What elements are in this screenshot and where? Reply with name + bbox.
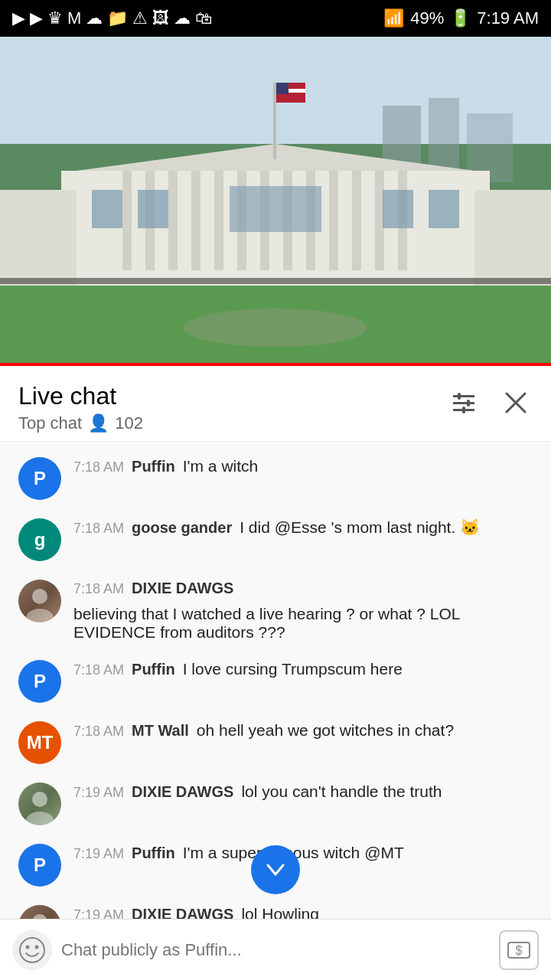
youtube-icon: ▶ xyxy=(12,8,25,28)
chat-username: Puffin xyxy=(132,844,175,862)
chat-content: 7:19 AM Puffin I'm a super famous witch … xyxy=(73,844,533,862)
scroll-down-fab[interactable] xyxy=(251,845,300,894)
svg-rect-16 xyxy=(352,171,361,270)
video-content xyxy=(0,37,551,366)
svg-rect-29 xyxy=(273,83,276,159)
svg-rect-25 xyxy=(0,190,77,289)
emoji-icon xyxy=(18,936,46,964)
video-player[interactable] xyxy=(0,37,551,366)
svg-rect-35 xyxy=(453,395,474,397)
chat-text-inline: believing that I watched a live hearing … xyxy=(73,605,533,642)
chat-time: 7:18 AM xyxy=(73,581,124,597)
chat-content: 7:18 AM Puffin I love cursing Trumpscum … xyxy=(73,660,533,678)
svg-point-51 xyxy=(35,945,39,949)
chat-username: Puffin xyxy=(132,458,175,475)
battery-percent: 49% xyxy=(410,8,444,28)
chat-username: DIXIE DAWGS xyxy=(132,783,233,801)
chat-wrapper: P 7:18 AM Puffin I'm a witch g 7:18 AM g… xyxy=(0,442,551,963)
svg-point-45 xyxy=(32,792,47,807)
chat-meta: 7:19 AM DIXIE DAWGS lol you can't handle… xyxy=(73,782,533,801)
chat-content: 7:18 AM Puffin I'm a witch xyxy=(73,457,533,475)
mastodon-icon: M xyxy=(67,8,81,28)
chat-text-inline: oh hell yeah we got witches in chat? xyxy=(197,721,454,740)
filter-button[interactable] xyxy=(447,386,481,420)
avatar xyxy=(18,782,61,825)
svg-rect-8 xyxy=(168,171,178,270)
chat-message: P 7:18 AM Puffin I love cursing Trumpscu… xyxy=(0,651,551,712)
top-chat-label[interactable]: Top chat xyxy=(18,413,82,433)
alert-icon: ⚠ xyxy=(132,8,148,28)
svg-rect-40 xyxy=(462,407,465,413)
wifi-icon: 📶 xyxy=(383,8,404,28)
svg-rect-33 xyxy=(276,83,289,94)
status-bar: ▶ ▶ ♛ M ☁ 📁 ⚠ 🖼 ☁ 🛍 📶 49% 🔋 7:19 AM xyxy=(0,0,551,37)
chat-text-inline: lol you can't handle the truth xyxy=(241,782,442,801)
status-icons: ▶ ▶ ♛ M ☁ 📁 ⚠ 🖼 ☁ 🛍 xyxy=(12,8,212,28)
video-progress-bar[interactable] xyxy=(0,363,551,366)
close-button[interactable] xyxy=(499,386,533,420)
svg-rect-32 xyxy=(276,96,305,100)
avatar: g xyxy=(18,518,61,561)
livechat-subtitle: Top chat 👤 102 xyxy=(18,413,143,433)
viewer-count: 102 xyxy=(115,413,143,433)
svg-rect-26 xyxy=(474,190,551,289)
svg-point-28 xyxy=(184,309,367,347)
chat-message: g 7:18 AM goose gander I did @Esse 's mo… xyxy=(0,509,551,570)
chat-time: 7:19 AM xyxy=(73,846,124,862)
svg-rect-10 xyxy=(214,171,223,270)
livechat-header: Live chat Top chat 👤 102 xyxy=(0,366,551,442)
chat-message: MT 7:18 AM MT Wall oh hell yeah we got w… xyxy=(0,712,551,773)
svg-point-44 xyxy=(26,609,54,622)
avatar xyxy=(18,580,61,622)
chat-text-inline: I did @Esse 's mom last night. 🐱 xyxy=(240,518,480,537)
chat-username: Puffin xyxy=(132,661,175,678)
avatar: P xyxy=(18,844,61,887)
svg-rect-24 xyxy=(429,190,459,228)
battery-icon: 🔋 xyxy=(450,8,471,28)
chat-time: 7:18 AM xyxy=(73,724,124,740)
svg-rect-21 xyxy=(138,190,168,228)
chevron-down-icon xyxy=(263,858,288,882)
svg-point-50 xyxy=(26,945,30,949)
avatar: MT xyxy=(18,721,61,764)
bag-icon: 🛍 xyxy=(195,8,212,28)
chat-meta: 7:18 AM Puffin I'm a witch xyxy=(73,457,533,475)
svg-rect-22 xyxy=(230,186,321,232)
svg-rect-34 xyxy=(0,278,551,284)
svg-point-49 xyxy=(20,938,44,962)
chat-text-inline: I love cursing Trumpscum here xyxy=(183,660,403,678)
chat-content: 7:18 AM goose gander I did @Esse 's mom … xyxy=(73,518,533,537)
cloud2-icon: ☁ xyxy=(174,8,191,28)
superchat-button[interactable]: $ xyxy=(499,930,539,970)
chat-meta: 7:18 AM goose gander I did @Esse 's mom … xyxy=(73,518,533,537)
chat-meta: 7:19 AM Puffin I'm a super famous witch … xyxy=(73,844,533,862)
chat-time: 7:19 AM xyxy=(73,785,124,801)
emoji-button[interactable] xyxy=(12,930,52,970)
crown-icon: ♛ xyxy=(47,8,63,28)
svg-rect-39 xyxy=(467,400,470,407)
svg-rect-23 xyxy=(383,190,413,228)
svg-point-43 xyxy=(32,589,47,604)
close-icon xyxy=(502,389,530,416)
chat-meta: 7:18 AM Puffin I love cursing Trumpscum … xyxy=(73,660,533,678)
svg-rect-9 xyxy=(191,171,201,270)
chat-time: 7:18 AM xyxy=(73,662,124,678)
livechat-title: Live chat xyxy=(18,381,143,410)
chat-content: 7:18 AM DIXIE DAWGS believing that I wat… xyxy=(73,580,533,642)
chat-content: 7:18 AM MT Wall oh hell yeah we got witc… xyxy=(73,721,533,740)
avatar: P xyxy=(18,457,61,500)
folder-icon: 📁 xyxy=(107,8,128,28)
svg-rect-15 xyxy=(329,171,338,270)
chat-username: DIXIE DAWGS xyxy=(132,580,233,597)
svg-rect-36 xyxy=(453,402,474,404)
image-icon: 🖼 xyxy=(152,8,169,28)
chat-meta: 7:18 AM DIXIE DAWGS believing that I wat… xyxy=(73,580,533,642)
livechat-title-area: Live chat Top chat 👤 102 xyxy=(18,381,143,433)
avatar: P xyxy=(18,660,61,703)
chat-username: goose gander xyxy=(132,519,232,537)
youtube2-icon: ▶ xyxy=(30,8,43,28)
chat-input-field[interactable] xyxy=(61,930,490,970)
chat-input-bar: $ xyxy=(0,919,551,980)
chat-message: 7:18 AM DIXIE DAWGS believing that I wat… xyxy=(0,570,551,651)
chat-time: 7:18 AM xyxy=(73,521,124,537)
